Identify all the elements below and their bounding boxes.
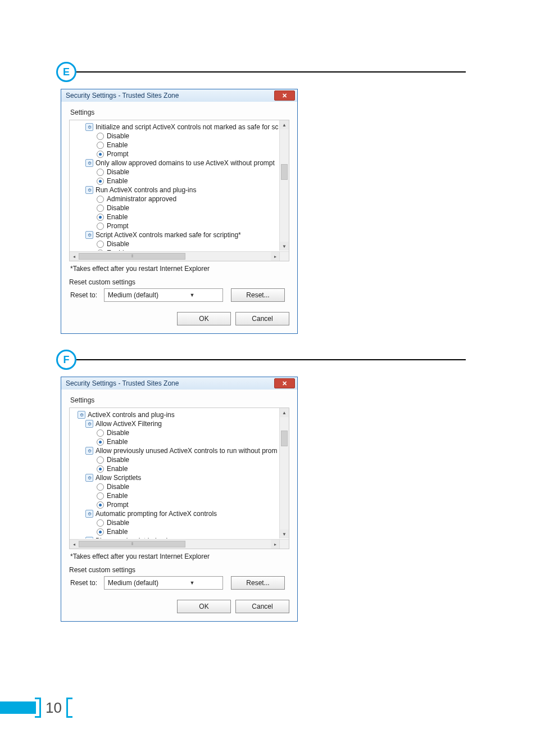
radio-option[interactable]: Enable <box>73 464 279 473</box>
gear-icon: ⚙ <box>85 159 93 167</box>
cancel-button[interactable]: Cancel <box>235 312 289 325</box>
gear-icon: ⚙ <box>85 420 93 428</box>
radio-option[interactable]: Disable <box>73 203 279 212</box>
scroll-up-icon[interactable]: ▲ <box>280 120 289 129</box>
scroll-left-icon[interactable]: ◂ <box>70 252 79 261</box>
gear-icon: ⚙ <box>85 537 93 538</box>
section-marker-f: F <box>56 350 466 370</box>
radio-option[interactable]: Disable <box>73 455 279 464</box>
setting-group: ⚙Only allow approved domains to use Acti… <box>73 159 279 168</box>
setting-group: ⚙Automatic prompting for ActiveX control… <box>73 509 279 518</box>
dialog-security-settings-f: Security Settings - Trusted Sites Zone ✕… <box>61 377 298 622</box>
reset-group-label: Reset custom settings <box>69 566 289 574</box>
scroll-down-icon[interactable]: ▼ <box>280 529 289 538</box>
gear-icon: ⚙ <box>85 474 93 482</box>
radio-option[interactable]: Enable <box>73 491 279 500</box>
radio-option[interactable]: Prompt <box>73 500 279 509</box>
setting-group: ⚙Script ActiveX controls marked safe for… <box>73 230 279 239</box>
settings-group-label: Settings <box>70 108 289 116</box>
window-title: Security Settings - Trusted Sites Zone <box>66 379 274 387</box>
radio-option[interactable]: Administrator approved <box>73 194 279 203</box>
radio-option[interactable]: Disable <box>73 482 279 491</box>
reset-button[interactable]: Reset... <box>231 288 285 302</box>
radio-option[interactable]: Disable <box>73 428 279 437</box>
horizontal-scrollbar[interactable]: ◂ ⦀ ▸ <box>70 251 280 261</box>
scroll-thumb[interactable] <box>281 164 288 180</box>
titlebar[interactable]: Security Settings - Trusted Sites Zone ✕ <box>61 377 297 390</box>
marker-circle-f: F <box>56 350 76 370</box>
gear-icon: ⚙ <box>78 411 85 419</box>
scroll-right-icon[interactable]: ▸ <box>271 252 280 261</box>
radio-option[interactable]: Disable <box>73 239 279 248</box>
chevron-down-icon: ▼ <box>164 580 220 586</box>
marker-line <box>75 359 466 360</box>
reset-group-label: Reset custom settings <box>69 278 289 286</box>
cancel-button[interactable]: Cancel <box>235 600 289 613</box>
radio-option[interactable]: Enable <box>73 212 279 221</box>
marker-circle-e: E <box>56 62 76 82</box>
settings-group-label: Settings <box>70 396 289 404</box>
setting-group: ⚙Binary and script behaviors <box>73 536 279 538</box>
radio-option[interactable]: Disable <box>73 132 279 141</box>
scroll-right-icon[interactable]: ▸ <box>271 540 280 549</box>
scroll-corner <box>279 251 289 261</box>
close-icon: ✕ <box>282 381 287 387</box>
close-button[interactable]: ✕ <box>274 378 295 388</box>
section-marker-e: E <box>56 62 466 82</box>
settings-tree[interactable]: ⚙Initialize and script ActiveX controls … <box>69 120 289 261</box>
radio-option[interactable]: Prompt <box>73 150 279 159</box>
dialog-security-settings-e: Security Settings - Trusted Sites Zone ✕… <box>61 89 298 334</box>
radio-option[interactable]: Prompt <box>73 221 279 230</box>
setting-group: ⚙Allow ActiveX Filtering <box>73 419 279 428</box>
setting-group: ⚙Allow previously unused ActiveX control… <box>73 446 279 455</box>
window-title: Security Settings - Trusted Sites Zone <box>66 92 274 99</box>
gear-icon: ⚙ <box>85 231 93 239</box>
radio-option[interactable]: Enable <box>73 248 279 251</box>
setting-group: ⚙Initialize and script ActiveX controls … <box>73 123 279 132</box>
restart-note: *Takes effect after you restart Internet… <box>70 553 289 560</box>
page-number-bar: 10 <box>0 698 72 718</box>
settings-tree[interactable]: ⚙ActiveX controls and plug-ins ⚙Allow Ac… <box>69 408 289 549</box>
gear-icon: ⚙ <box>85 186 93 194</box>
reset-level-combo[interactable]: Medium (default) ▼ <box>104 576 223 590</box>
radio-option[interactable]: Enable <box>73 176 279 185</box>
horizontal-scrollbar[interactable]: ◂ ⦀ ▸ <box>70 539 280 549</box>
ok-button[interactable]: OK <box>177 600 231 613</box>
restart-note: *Takes effect after you restart Internet… <box>70 265 289 273</box>
radio-option[interactable]: Enable <box>73 527 279 536</box>
setting-group: ⚙Run ActiveX controls and plug-ins <box>73 185 279 194</box>
radio-option[interactable]: Disable <box>73 518 279 527</box>
setting-group: ⚙Allow Scriptlets <box>73 473 279 482</box>
reset-level-combo[interactable]: Medium (default) ▼ <box>104 288 223 302</box>
reset-to-label: Reset to: <box>70 291 104 299</box>
vertical-scrollbar[interactable]: ▲ ▼ <box>279 408 289 538</box>
chevron-down-icon: ▼ <box>164 292 220 298</box>
radio-option[interactable]: Enable <box>73 141 279 150</box>
radio-option[interactable]: Enable <box>73 437 279 446</box>
radio-option[interactable]: Disable <box>73 168 279 176</box>
page-number: 10 <box>46 699 62 717</box>
close-button[interactable]: ✕ <box>274 90 295 101</box>
gear-icon: ⚙ <box>85 447 93 455</box>
setting-category: ⚙ActiveX controls and plug-ins <box>73 410 279 419</box>
scroll-corner <box>279 539 289 549</box>
vertical-scrollbar[interactable]: ▲ ▼ <box>279 120 289 251</box>
reset-to-label: Reset to: <box>70 579 104 587</box>
titlebar[interactable]: Security Settings - Trusted Sites Zone ✕ <box>61 89 297 102</box>
close-icon: ✕ <box>282 93 287 99</box>
ok-button[interactable]: OK <box>177 312 231 325</box>
marker-line <box>75 71 466 73</box>
reset-button[interactable]: Reset... <box>231 576 285 590</box>
scroll-thumb[interactable]: ⦀ <box>79 253 185 260</box>
scroll-thumb[interactable]: ⦀ <box>79 541 185 547</box>
scroll-up-icon[interactable]: ▲ <box>280 408 289 417</box>
gear-icon: ⚙ <box>85 510 93 518</box>
scroll-thumb[interactable] <box>281 431 288 446</box>
gear-icon: ⚙ <box>85 123 93 131</box>
scroll-down-icon[interactable]: ▼ <box>280 242 289 251</box>
scroll-left-icon[interactable]: ◂ <box>70 540 79 549</box>
